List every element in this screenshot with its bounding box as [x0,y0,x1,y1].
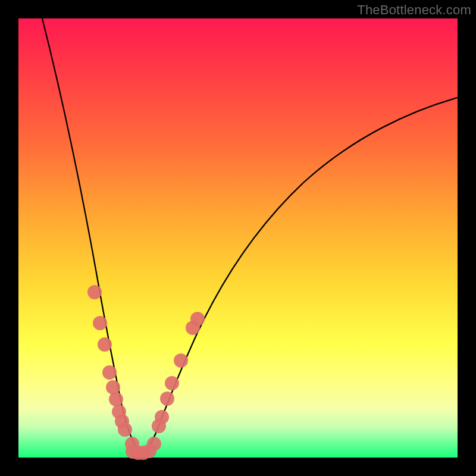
marker-dot [106,380,120,394]
marker-dot [147,437,161,451]
watermark-text: TheBottleneck.com [357,2,471,18]
left-curve [42,18,142,452]
right-curve [142,98,458,452]
marker-dot [174,353,188,368]
marker-dot [118,422,132,437]
marker-dot [93,316,107,330]
marker-dot [102,365,117,380]
chart-frame: TheBottleneck.com [0,0,476,476]
marker-dot [109,392,123,406]
marker-dot [155,410,169,424]
marker-dot [190,312,205,326]
marker-dots [87,285,205,460]
marker-dot [165,376,179,390]
marker-dot [87,285,102,299]
plot-area [18,18,458,458]
curves-layer [18,18,458,458]
marker-dot [98,337,112,352]
marker-dot [160,392,174,406]
